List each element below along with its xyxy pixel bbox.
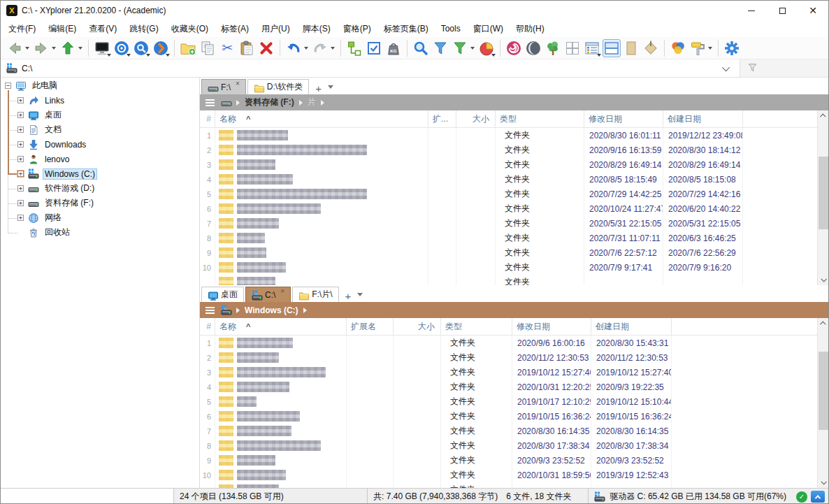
file-row[interactable]: 10文件夹2020/10/31 18:59:502019/3/19 12:52:… — [200, 468, 828, 482]
toolbar-catalog-button[interactable] — [132, 39, 150, 57]
tree-item-资料存储-F-[interactable]: +资料存储 (F:) — [1, 196, 199, 210]
tree-item-文档[interactable]: +文档 — [1, 122, 199, 137]
expand-icon[interactable]: + — [17, 185, 24, 192]
file-row[interactable]: 10文件夹2020/7/9 9:17:412020/7/9 9:16:20 — [200, 260, 828, 275]
menu-item-跳转G[interactable]: 跳转(G) — [123, 21, 164, 37]
menu-item-查看V[interactable]: 查看(V) — [82, 21, 123, 37]
statusbar-panel-toggle-button[interactable] — [811, 491, 825, 503]
file-row[interactable]: 4文件夹2020/10/31 12:20:252020/9/3 19:22:35 — [200, 380, 828, 394]
toolbar-preview-pane-button[interactable] — [622, 39, 640, 57]
file-row[interactable]: 文件夹 — [200, 482, 828, 488]
address-input[interactable]: C:\ — [1, 59, 720, 77]
toolbar-statistics-button[interactable] — [477, 39, 496, 57]
toolbar-redo-button[interactable] — [311, 39, 329, 57]
toolbar-tiles-view-button[interactable] — [563, 39, 582, 57]
vertical-scrollbar[interactable] — [817, 318, 828, 488]
toolbar-checkbox-selection-button[interactable] — [365, 39, 383, 57]
toolbar-styles-button[interactable] — [689, 39, 707, 57]
scroll-down-arrow[interactable] — [818, 477, 829, 488]
tab-list-dropdown-icon[interactable] — [328, 85, 333, 89]
file-row[interactable]: 1文件夹2020/9/6 16:00:162020/8/30 15:43:31 — [200, 336, 828, 350]
file-row[interactable]: 8文件夹2020/7/31 11:07:112020/6/3 16:46:25 — [200, 231, 828, 245]
tree-item-此电脑[interactable]: −此电脑 — [1, 78, 199, 93]
expand-icon[interactable]: + — [17, 200, 24, 206]
hamburger-menu-icon[interactable] — [206, 307, 215, 314]
toolbar-undo-button[interactable] — [284, 39, 303, 57]
menu-item-用户U[interactable]: 用户(U) — [255, 21, 296, 37]
menu-item-Tools[interactable]: Tools — [435, 22, 467, 36]
close-button[interactable]: ✕ — [798, 1, 828, 20]
expand-icon[interactable]: + — [17, 97, 24, 103]
dropdown-arrow-icon[interactable] — [708, 47, 712, 50]
toolbar-find-files-button[interactable] — [412, 39, 430, 57]
file-row[interactable]: 9文件夹2020/9/3 23:52:522020/9/3 23:52:52 — [200, 453, 828, 468]
toolbar-up-button[interactable] — [59, 39, 77, 57]
dropdown-arrow-icon[interactable] — [107, 54, 111, 57]
breadcrumb-segment[interactable]: 片 — [308, 96, 316, 108]
dropdown-arrow-icon[interactable] — [52, 47, 56, 50]
file-row[interactable]: 3文件夹2019/10/12 15:27:402019/10/12 15:27:… — [200, 365, 828, 380]
tab-list-dropdown-icon[interactable] — [357, 293, 363, 296]
tree-item-网络[interactable]: +网络 — [1, 210, 199, 225]
menu-item-窗口W[interactable]: 窗口(W) — [467, 21, 510, 37]
expand-icon[interactable]: + — [17, 171, 24, 177]
tree-item-回收站[interactable]: 回收站 — [1, 225, 199, 240]
column-header-type[interactable]: 类型 — [496, 110, 584, 127]
breadcrumb-segment[interactable]: Windows (C:) — [245, 305, 298, 315]
expand-icon[interactable]: + — [17, 156, 24, 162]
dropdown-arrow-icon[interactable] — [166, 54, 170, 57]
file-row[interactable]: 文件夹 — [200, 275, 828, 285]
tree-item-桌面[interactable]: +桌面 — [1, 108, 199, 122]
column-header-name[interactable]: 名称^ — [215, 318, 347, 335]
toolbar-horizontal-panes-button[interactable] — [603, 39, 621, 57]
dropdown-arrow-icon[interactable] — [331, 47, 335, 50]
toolbar-cut-button[interactable]: ✂ — [218, 39, 236, 57]
new-tab-button[interactable]: + — [310, 82, 326, 94]
toolbar-copy-button[interactable] — [199, 39, 217, 57]
toolbar-paste-button[interactable] — [238, 39, 256, 57]
dropdown-arrow-icon[interactable] — [491, 54, 496, 57]
toolbar-new-folder-button[interactable] — [179, 39, 197, 57]
toolbar-spot-and-jump-button[interactable] — [505, 39, 523, 57]
maximize-button[interactable] — [767, 1, 798, 20]
menu-item-脚本S[interactable]: 脚本(S) — [296, 21, 337, 37]
dropdown-arrow-icon[interactable] — [127, 54, 131, 57]
column-header-mod[interactable]: 修改日期 — [512, 318, 591, 335]
file-row[interactable]: 7文件夹2020/8/30 16:14:352020/8/30 16:14:35 — [200, 424, 828, 438]
dropdown-arrow-icon[interactable] — [470, 47, 475, 50]
scroll-up-arrow[interactable] — [818, 110, 829, 122]
dropdown-arrow-icon[interactable] — [597, 54, 601, 57]
dropdown-arrow-icon[interactable] — [78, 47, 82, 50]
dropdown-arrow-icon[interactable] — [146, 54, 150, 57]
tab-C[interactable]: C:\× — [245, 287, 291, 302]
toolbar-filter-button[interactable] — [431, 39, 449, 57]
column-header-name[interactable]: 名称^ — [215, 110, 428, 127]
expand-icon[interactable]: + — [17, 215, 24, 221]
file-row[interactable]: 2文件夹2020/11/2 12:30:532020/11/2 12:30:53 — [200, 350, 828, 365]
tab-F片[interactable]: F:\片\ — [292, 287, 338, 302]
tree-item-软件游戏-D-[interactable]: +软件游戏 (D:) — [1, 181, 199, 196]
column-header-cre[interactable]: 创建日期 — [591, 318, 672, 335]
file-row[interactable]: 6文件夹2019/10/15 16:36:242019/10/15 16:36:… — [200, 409, 828, 424]
tab-D软件类[interactable]: D:\软件类 — [247, 79, 309, 94]
toolbar-folder-size-button[interactable]: KG — [384, 39, 403, 57]
expand-icon[interactable]: + — [17, 112, 24, 118]
toolbar-tree-path-tracing-button[interactable] — [544, 39, 562, 57]
column-header-num[interactable]: # — [200, 110, 215, 127]
menu-item-收藏夹O[interactable]: 收藏夹(O) — [165, 21, 215, 37]
scroll-down-arrow[interactable] — [818, 274, 829, 285]
tree-item-Windows-C-[interactable]: +Windows (C:) — [1, 166, 199, 181]
file-row[interactable]: 9文件夹2020/7/6 22:57:122020/7/6 22:56:29 — [200, 245, 828, 260]
new-tab-button[interactable]: + — [340, 290, 356, 302]
column-header-size[interactable]: 大小 — [456, 110, 496, 127]
column-header-type[interactable]: 类型 — [441, 318, 512, 335]
tree-item-lenovo[interactable]: +lenovo — [1, 152, 199, 166]
toolbar-forward-button[interactable] — [32, 39, 50, 57]
address-dropdown-icon[interactable] — [722, 63, 730, 71]
column-header-num[interactable]: # — [200, 318, 215, 335]
file-row[interactable]: 8文件夹2020/8/30 17:38:342020/8/30 17:38:34 — [200, 438, 828, 453]
toolbar-details-view-button[interactable] — [583, 39, 601, 57]
tab-F[interactable]: F:\× — [201, 79, 246, 94]
file-row[interactable]: 7文件夹2020/5/31 22:15:052020/5/31 22:15:05 — [200, 216, 828, 231]
toolbar-mini-tree-button[interactable] — [93, 39, 111, 57]
